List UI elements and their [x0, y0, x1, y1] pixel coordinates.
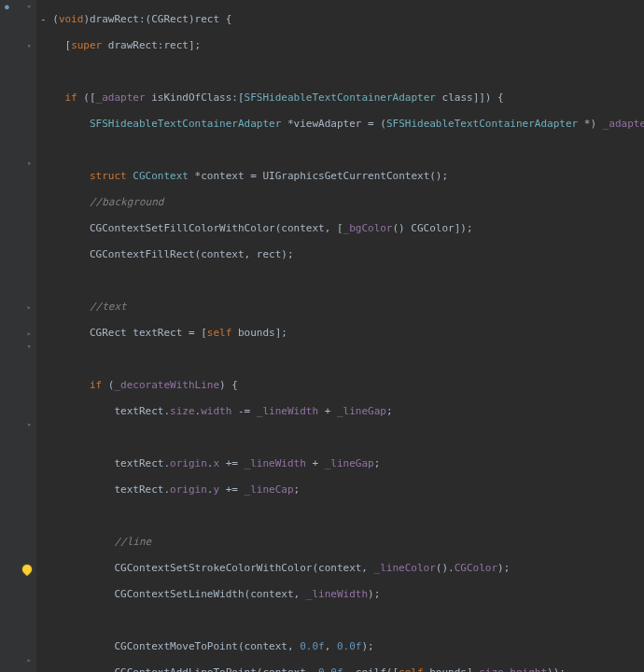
code-line[interactable]: //line: [40, 536, 644, 549]
code-area[interactable]: - (void)drawRect:(CGRect)rect { [super d…: [36, 0, 644, 672]
fold-icon[interactable]: ▾: [27, 39, 32, 52]
gutter-mark: ▾: [2, 157, 34, 170]
gutter-mark: ▸: [2, 653, 34, 666]
code-line[interactable]: [40, 144, 644, 157]
fold-icon[interactable]: ▸: [27, 327, 32, 340]
gutter-mark: ▾: [2, 340, 34, 353]
code-line[interactable]: - (void)drawRect:(CGRect)rect {: [40, 13, 644, 26]
override-icon: ●: [5, 1, 9, 14]
code-line[interactable]: [40, 431, 644, 444]
fold-up-icon[interactable]: ▸: [27, 653, 32, 666]
code-line[interactable]: CGContextAddLineToPoint(context, 0.0f, c…: [40, 666, 644, 672]
code-line[interactable]: [40, 353, 644, 366]
code-line[interactable]: if (_decorateWithLine) {: [40, 379, 644, 392]
code-line[interactable]: [40, 614, 644, 627]
code-line[interactable]: //text: [40, 301, 644, 314]
code-line[interactable]: textRect.origin.x += _lineWidth + _lineG…: [40, 457, 644, 470]
code-line[interactable]: [40, 510, 644, 523]
code-line[interactable]: CGContextSetStrokeColorWithColor(context…: [40, 562, 644, 575]
gutter-mark: ▾: [2, 418, 34, 431]
fold-icon[interactable]: ▾: [27, 340, 32, 353]
gutter-mark-current: [2, 563, 34, 576]
gutter-mark: ▸: [2, 327, 34, 340]
code-line[interactable]: [40, 274, 644, 287]
code-line[interactable]: struct CGContext *context = UIGraphicsGe…: [40, 170, 644, 183]
code-line[interactable]: [40, 65, 644, 78]
code-line[interactable]: textRect.origin.y += _lineCap;: [40, 483, 644, 497]
gutter-mark: ● ▾: [2, 0, 34, 13]
code-line[interactable]: CGContextSetLineWidth(context, _lineWidt…: [40, 588, 644, 601]
code-line[interactable]: CGRect textRect = [self bounds];: [40, 327, 644, 340]
code-line[interactable]: SFSHideableTextContainerAdapter *viewAda…: [40, 118, 644, 131]
code-editor[interactable]: ● ▾ ▾ ▾ ▸ ▸ ▾ ▾ ▸ - (void)drawRect:(CGRe…: [0, 0, 644, 672]
fold-icon[interactable]: ▾: [27, 0, 32, 13]
fold-icon[interactable]: ▾: [27, 157, 32, 170]
lightbulb-icon[interactable]: [21, 563, 34, 576]
code-line[interactable]: //background: [40, 196, 644, 209]
code-line[interactable]: CGContextSetFillColorWithColor(context, …: [40, 222, 644, 235]
fold-icon[interactable]: ▸: [27, 301, 32, 314]
gutter-mark: ▸: [2, 301, 34, 314]
gutter: ● ▾ ▾ ▾ ▸ ▸ ▾ ▾ ▸: [0, 0, 36, 672]
code-line[interactable]: CGContextMoveToPoint(context, 0.0f, 0.0f…: [40, 640, 644, 653]
code-line[interactable]: [super drawRect:rect];: [40, 39, 644, 52]
code-line[interactable]: textRect.size.width -= _lineWidth + _lin…: [40, 405, 644, 418]
code-line[interactable]: if ([_adapter isKindOfClass:[SFSHideable…: [40, 91, 644, 105]
code-line[interactable]: CGContextFillRect(context, rect);: [40, 248, 644, 261]
fold-icon[interactable]: ▾: [27, 418, 32, 431]
gutter-mark: ▾: [2, 39, 34, 52]
